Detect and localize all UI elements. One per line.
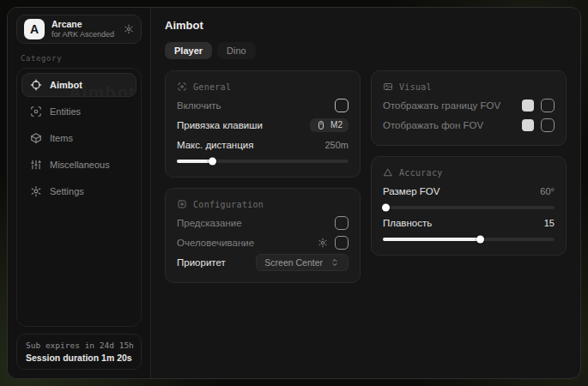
priority-row: Приоритет Screen Center (177, 252, 349, 272)
sidebar-item-miscellaneous[interactable]: Miscellaneous (21, 153, 136, 177)
configuration-card-header: Configuration (177, 199, 349, 209)
sidebar-item-label: Miscellaneous (50, 160, 110, 170)
humanize-label: Очеловечивание (177, 238, 254, 248)
card-title: Visual (399, 82, 432, 92)
gear-icon[interactable] (318, 238, 328, 248)
enable-row: Включить (177, 95, 349, 115)
slider-fill (383, 206, 386, 209)
visual-card-header: Visual (383, 81, 555, 92)
brand-name: Arcane (52, 19, 114, 30)
box-icon (30, 132, 42, 144)
brand-text: Arcane for ARK Ascended (52, 19, 114, 39)
fov-size-row: Размер FOV 60° (383, 181, 555, 201)
color-swatch[interactable] (522, 100, 534, 112)
fov-bg-controls (522, 118, 555, 132)
fov-bg-checkbox[interactable] (541, 118, 555, 132)
keybind-label: Привязка клавиши (177, 120, 263, 130)
distance-label: Макс. дистанция (177, 140, 253, 150)
fov-size-label: Размер FOV (383, 186, 439, 196)
fov-border-label: Отображать границу FOV (383, 100, 500, 111)
accuracy-card-header: Accuracy (383, 167, 555, 178)
main-panel: Aimbot Player Dino General Включить (151, 8, 580, 378)
game-background: A Arcane for ARK Ascended Category Aimbo… (0, 0, 588, 386)
distance-row: Макс. дистанция 250m (177, 135, 349, 154)
prediction-row: Предсказание (177, 213, 349, 232)
tab-player[interactable]: Player (165, 42, 212, 59)
keybind-row: Привязка клавиши M2 (177, 115, 349, 135)
fov-size-slider[interactable] (383, 206, 555, 209)
keybind-value: M2 (330, 120, 342, 130)
smoothness-label: Плавность (383, 218, 432, 228)
prediction-label: Предсказание (177, 218, 242, 228)
fov-size-value: 60° (540, 186, 555, 196)
sidebar-ghost-label: Aimbot (69, 82, 136, 97)
fov-border-controls (522, 99, 555, 112)
card-title: Configuration (193, 200, 264, 209)
brand-card: A Arcane for ARK Ascended (16, 15, 142, 44)
left-column: General Включить Привязка клавиши M2 (165, 70, 361, 283)
fov-bg-label: Отображать фон FOV (383, 120, 483, 130)
accuracy-card: Accuracy Размер FOV 60° Плавность (371, 156, 567, 256)
slider-fill (383, 238, 481, 241)
configuration-card: Configuration Предсказание Очеловечивани… (165, 188, 361, 283)
fov-bg-row: Отображать фон FOV (383, 115, 555, 135)
session-duration-text: Session duration 1m 20s (26, 353, 132, 363)
sidebar-nav: Aimbot Aimbot Entities Items Miscellaneo… (16, 68, 142, 327)
chevrons-up-down-icon (330, 257, 340, 268)
image-icon (383, 81, 393, 92)
general-card-header: General (177, 81, 349, 92)
config-box-icon (177, 199, 187, 209)
enable-checkbox[interactable] (335, 99, 349, 112)
card-title: Accuracy (399, 168, 443, 178)
visual-card: Visual Отображать границу FOV Отображать… (371, 70, 567, 146)
general-card: General Включить Привязка клавиши M2 (165, 70, 361, 178)
enable-label: Включить (177, 100, 221, 111)
sidebar-item-label: Items (50, 133, 73, 143)
triangle-icon (383, 167, 393, 178)
right-column: Visual Отображать границу FOV Отображать… (371, 70, 567, 256)
tab-bar: Player Dino (165, 42, 567, 59)
distance-slider[interactable] (177, 160, 349, 163)
cards-grid: General Включить Привязка клавиши M2 (165, 70, 567, 283)
gear-icon (30, 185, 42, 197)
slider-thumb[interactable] (382, 204, 390, 212)
sub-expires-text: Sub expires in 24d 15h (26, 341, 132, 350)
sidebar-item-entities[interactable]: Entities (21, 100, 136, 124)
crosshair-icon (30, 79, 42, 91)
brand-logo: A (24, 19, 45, 39)
sidebar-item-label: Settings (50, 186, 84, 196)
focus-icon (177, 81, 187, 92)
smoothness-row: Плавность 15 (383, 213, 555, 232)
fov-border-checkbox[interactable] (541, 99, 555, 112)
page-title: Aimbot (165, 19, 567, 32)
slider-thumb[interactable] (476, 236, 484, 244)
gear-icon[interactable] (124, 24, 134, 34)
tab-dino[interactable]: Dino (217, 42, 256, 59)
slider-thumb[interactable] (209, 158, 216, 166)
smoothness-value: 15 (544, 218, 555, 228)
slider-fill (177, 160, 213, 163)
priority-dropdown[interactable]: Screen Center (256, 254, 349, 271)
sidebar-item-aimbot[interactable]: Aimbot Aimbot (21, 73, 136, 97)
sidebar-item-label: Entities (50, 106, 81, 117)
subscription-status-card: Sub expires in 24d 15h Session duration … (16, 334, 142, 370)
smoothness-slider[interactable] (383, 238, 555, 241)
card-title: General (193, 82, 231, 92)
arcane-menu-window: A Arcane for ARK Ascended Category Aimbo… (7, 7, 581, 379)
prediction-checkbox[interactable] (335, 216, 349, 230)
sidebar-item-items[interactable]: Items (21, 126, 136, 150)
sidebar: A Arcane for ARK Ascended Category Aimbo… (8, 8, 151, 378)
fov-border-row: Отображать границу FOV (383, 95, 555, 115)
brand-subtitle: for ARK Ascended (52, 30, 114, 39)
humanize-row: Очеловечивание (177, 232, 349, 252)
mouse-icon (316, 120, 326, 130)
color-swatch[interactable] (522, 119, 534, 131)
sliders-icon (30, 159, 42, 171)
humanize-checkbox[interactable] (335, 236, 349, 250)
sidebar-item-settings[interactable]: Settings (21, 179, 136, 203)
priority-label: Приоритет (177, 257, 226, 268)
scan-icon (30, 106, 42, 118)
category-label: Category (21, 54, 137, 63)
distance-value: 250m (324, 140, 349, 150)
keybind-button[interactable]: M2 (310, 118, 349, 132)
